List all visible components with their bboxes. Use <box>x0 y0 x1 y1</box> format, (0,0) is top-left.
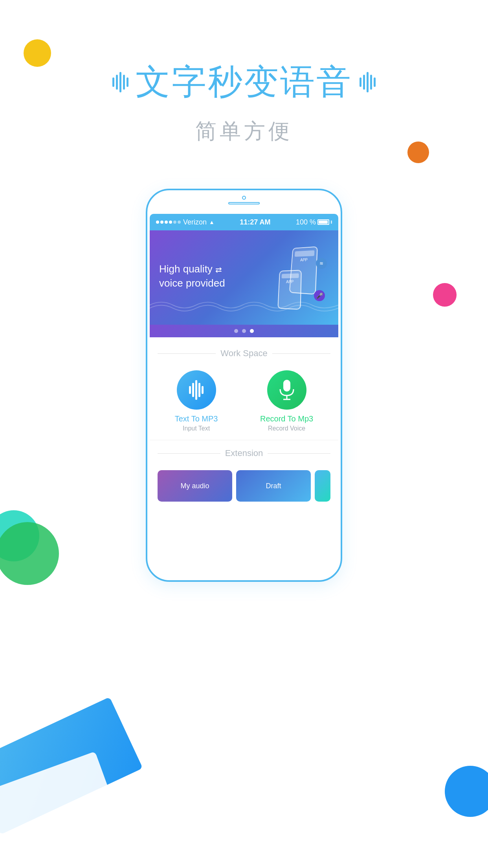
extension-items: My audio Draft <box>158 470 330 502</box>
banner-text-area: High quality ⇄ voice provided <box>159 262 266 294</box>
banner-section: High quality ⇄ voice provided APP <box>150 230 338 325</box>
record-to-mp3-item[interactable]: Record To Mp3 Record Voice <box>260 370 313 432</box>
mic-circle-banner: 🎤 <box>314 290 325 301</box>
status-left: Verizon ▲ <box>156 218 215 226</box>
battery-tip <box>331 221 332 224</box>
carrier-label: Verizon <box>183 218 207 226</box>
record-to-mp3-label: Record To Mp3 <box>260 414 313 423</box>
signal-dots <box>156 221 181 224</box>
wave-left-icon <box>112 72 128 92</box>
banner-title-line1: High quality <box>159 263 213 275</box>
extension-section: Extension My audio Draft <box>150 440 338 508</box>
signal-dot-6 <box>178 221 181 224</box>
time-display: 11:27 AM <box>240 218 270 226</box>
phone-camera <box>242 196 246 200</box>
subtitle-text: 简单方便 <box>195 117 293 146</box>
banner-title-line2: voice provided <box>159 277 225 289</box>
phone-mockup: Verizon ▲ 11:27 AM 100 % <box>146 189 342 582</box>
phone-speaker <box>228 202 260 204</box>
signal-dot-4 <box>169 221 172 224</box>
phone-top-bar <box>228 196 260 204</box>
wifi-icon: ▲ <box>209 219 215 225</box>
green-circle-decoration <box>0 522 59 585</box>
workspace-header: Work Space <box>158 348 330 359</box>
signal-dot-1 <box>156 221 159 224</box>
draft-label: Draft <box>266 482 281 490</box>
extension-header: Extension <box>158 448 330 458</box>
workspace-title: Work Space <box>220 348 267 359</box>
section-line-right <box>272 353 330 354</box>
battery-fill <box>319 221 328 224</box>
dot-3-active <box>250 329 254 333</box>
mic-svg <box>277 378 297 402</box>
phone-shell: Verizon ▲ 11:27 AM 100 % <box>146 189 342 582</box>
record-to-mp3-sublabel: Record Voice <box>268 425 305 432</box>
main-title-text: 文字秒变语音 <box>136 59 352 105</box>
wave-circle-banner: ≋ <box>316 258 327 269</box>
main-title-container: 文字秒变语音 <box>112 59 376 105</box>
text-to-mp3-sublabel: Input Text <box>183 425 210 432</box>
phone-screen: Verizon ▲ 11:27 AM 100 % <box>150 214 338 557</box>
phone-illus-2: APP <box>277 270 302 310</box>
more-card[interactable] <box>315 470 330 502</box>
section-line-left <box>158 353 216 354</box>
pink-dot-decoration <box>433 283 457 307</box>
draft-card[interactable]: Draft <box>236 470 311 502</box>
text-to-mp3-item[interactable]: Text To MP3 Input Text <box>175 370 218 432</box>
dots-indicator <box>150 325 338 337</box>
ext-line-left <box>158 453 220 454</box>
wave-right-icon <box>360 72 376 92</box>
share-icon: ⇄ <box>215 265 222 274</box>
signal-dot-5 <box>173 221 176 224</box>
blue-circle-decoration <box>445 766 488 817</box>
banner-title: High quality ⇄ voice provided <box>159 262 266 291</box>
battery-bar <box>317 219 329 225</box>
my-audio-card[interactable]: My audio <box>158 470 232 502</box>
record-to-mp3-icon <box>267 370 306 410</box>
status-bar: Verizon ▲ 11:27 AM 100 % <box>150 214 338 230</box>
battery-container: 100 % <box>296 218 332 226</box>
battery-percentage: 100 % <box>296 218 316 226</box>
svg-rect-0 <box>283 380 290 392</box>
top-section: 文字秒变语音 简单方便 <box>0 0 488 204</box>
dot-1 <box>234 329 238 333</box>
my-audio-label: My audio <box>180 482 209 490</box>
dot-2 <box>242 329 246 333</box>
text-to-mp3-icon <box>177 370 216 410</box>
signal-dot-2 <box>160 221 163 224</box>
text-to-mp3-label: Text To MP3 <box>175 414 218 423</box>
workspace-items: Text To MP3 Input Text <box>158 370 330 432</box>
signal-dot-3 <box>165 221 168 224</box>
banner-illustration: APP APP 🎤 ≋ <box>266 242 329 313</box>
extension-title: Extension <box>225 448 263 458</box>
ext-line-right <box>268 453 330 454</box>
waveform-icon <box>189 380 204 400</box>
workspace-section: Work Space <box>150 337 338 440</box>
